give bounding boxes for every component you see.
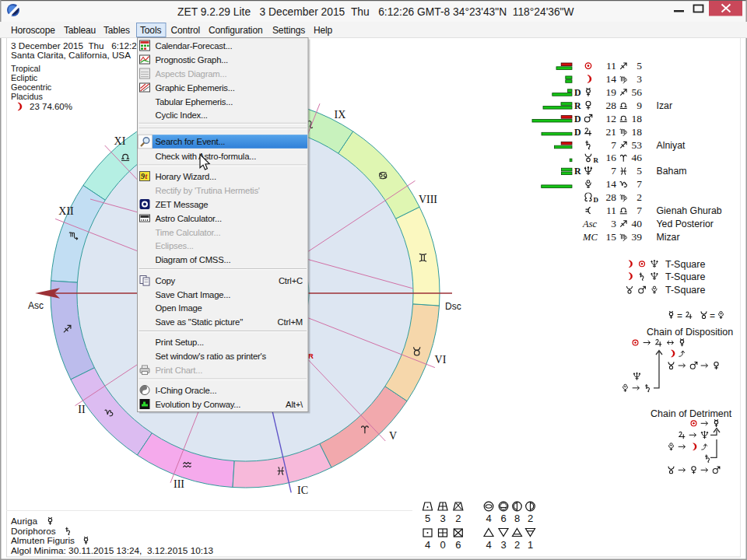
svg-text:D: D: [594, 196, 599, 204]
svg-text:T-Square: T-Square: [665, 271, 705, 282]
svg-text:2: 2: [528, 513, 533, 524]
svg-text:Time Calculator...: Time Calculator...: [156, 228, 221, 237]
svg-text:1: 1: [528, 539, 533, 551]
svg-text:T-Square: T-Square: [665, 285, 705, 296]
svg-text:Asc: Asc: [28, 300, 44, 311]
svg-text:Geocentric: Geocentric: [11, 82, 52, 92]
svg-text:7: 7: [637, 205, 642, 216]
svg-text:Graphic Ephemeris...: Graphic Ephemeris...: [156, 83, 235, 93]
svg-text:III: III: [174, 478, 184, 490]
svg-text:Calendar-Forecast...: Calendar-Forecast...: [156, 41, 233, 51]
svg-text:Tables: Tables: [103, 25, 130, 36]
svg-text:11: 11: [606, 60, 616, 72]
svg-text:=: =: [677, 310, 682, 321]
svg-text:Alniyat: Alniyat: [657, 140, 686, 151]
svg-text:7: 7: [637, 178, 642, 190]
svg-text:3: 3: [611, 218, 616, 229]
svg-text:8: 8: [514, 513, 520, 524]
svg-text:9: 9: [141, 172, 145, 180]
svg-text:Aspects Diagram...: Aspects Diagram...: [156, 69, 227, 79]
svg-text:18: 18: [632, 113, 643, 124]
svg-text:Print Chart...: Print Chart...: [156, 366, 203, 375]
svg-text:39: 39: [632, 231, 643, 243]
svg-text:4: 4: [486, 513, 491, 524]
svg-text:XI: XI: [114, 135, 126, 147]
svg-text:Print Setup...: Print Setup...: [156, 338, 205, 347]
svg-text:Mizar: Mizar: [657, 232, 680, 243]
svg-text:3: 3: [637, 73, 642, 85]
svg-text:0: 0: [440, 539, 445, 551]
svg-text:MC: MC: [582, 232, 598, 243]
svg-text:4: 4: [486, 539, 491, 551]
svg-text:Diagram of CMSS...: Diagram of CMSS...: [156, 255, 231, 264]
svg-text:Tools: Tools: [140, 25, 161, 36]
svg-text:9: 9: [637, 100, 642, 111]
svg-text:Dsc: Dsc: [445, 301, 461, 312]
svg-text:Gienah Ghurab: Gienah Ghurab: [657, 205, 722, 216]
svg-text:Izar: Izar: [657, 100, 673, 111]
svg-text:R: R: [574, 100, 581, 111]
svg-text:16: 16: [606, 152, 617, 163]
svg-text:18: 18: [632, 126, 643, 138]
svg-text:6: 6: [455, 539, 461, 551]
svg-text:Configuration: Configuration: [209, 25, 262, 36]
svg-text:Control: Control: [171, 25, 201, 36]
svg-text:4: 4: [425, 539, 430, 551]
svg-text:T-Square: T-Square: [665, 259, 705, 270]
svg-text:Santa Clarita, California, USA: Santa Clarita, California, USA: [11, 50, 133, 60]
svg-text:Tabular Ephemeris...: Tabular Ephemeris...: [156, 97, 233, 107]
svg-text:IC: IC: [297, 485, 308, 496]
svg-text:XII: XII: [58, 205, 74, 217]
svg-text:Eclipses...: Eclipses...: [156, 241, 194, 250]
svg-text:R: R: [594, 156, 599, 164]
svg-text:5: 5: [637, 60, 642, 72]
svg-text:3: 3: [500, 539, 506, 551]
svg-text:V: V: [389, 430, 397, 442]
svg-text:Asc: Asc: [582, 219, 598, 229]
svg-text:Horary Wizard...: Horary Wizard...: [156, 172, 216, 181]
svg-text:Alt+\: Alt+\: [286, 400, 303, 409]
svg-text:=: =: [710, 310, 715, 321]
svg-text:12: 12: [606, 113, 617, 124]
svg-text:56: 56: [632, 86, 643, 98]
svg-text:Ctrl+M: Ctrl+M: [278, 317, 303, 327]
svg-text:Search for Event...: Search for Event...: [156, 137, 226, 146]
svg-text:Prognostic Graph...: Prognostic Graph...: [156, 55, 229, 65]
svg-text:46: 46: [632, 152, 643, 163]
svg-text:53: 53: [632, 139, 643, 151]
svg-text:7: 7: [611, 165, 616, 177]
svg-text:14: 14: [606, 73, 617, 85]
svg-text:23 74.60%: 23 74.60%: [30, 102, 72, 111]
svg-text:Copy: Copy: [156, 276, 176, 285]
svg-text:ZET Message: ZET Message: [156, 200, 209, 209]
svg-text:Astro Calculator...: Astro Calculator...: [156, 214, 222, 223]
svg-text:40: 40: [632, 218, 643, 229]
svg-text:Tropical: Tropical: [11, 64, 40, 73]
svg-text:Chain of Detriment: Chain of Detriment: [651, 408, 732, 419]
svg-text:Tableau: Tableau: [64, 25, 96, 36]
svg-text:Cyclic Index...: Cyclic Index...: [156, 110, 208, 120]
svg-text:Save as "Static picture": Save as "Static picture": [156, 317, 244, 327]
svg-text:Ecliptic: Ecliptic: [11, 73, 38, 82]
svg-text:D: D: [574, 87, 581, 98]
svg-text:VI: VI: [435, 354, 447, 366]
svg-text:Rectify by 'Trutina Hermetis': Rectify by 'Trutina Hermetis': [156, 186, 260, 195]
svg-text:28: 28: [606, 100, 617, 111]
svg-text:Horoscope: Horoscope: [11, 25, 55, 36]
svg-text:Chain of Disposition: Chain of Disposition: [647, 327, 733, 338]
svg-text:VIII: VIII: [419, 194, 437, 205]
svg-text:Settings: Settings: [272, 25, 305, 36]
svg-text:5: 5: [637, 165, 642, 177]
svg-text:15: 15: [606, 231, 617, 243]
svg-text:28: 28: [606, 191, 617, 203]
svg-text:2: 2: [455, 513, 461, 524]
svg-text:Placidus: Placidus: [11, 92, 43, 101]
svg-text:11: 11: [606, 205, 616, 216]
svg-text:6: 6: [500, 513, 506, 524]
svg-text:7: 7: [611, 139, 616, 151]
svg-text:Set window's ratio as printer': Set window's ratio as printer's: [156, 352, 267, 361]
svg-text:ZET 9.2.29 Lite 3 December 2: ZET 9.2.29 Lite 3 December 2015 Thu 6:12…: [177, 6, 574, 18]
svg-text:Open Image: Open Image: [156, 303, 202, 313]
svg-text:D: D: [574, 114, 581, 124]
svg-text:21: 21: [606, 126, 617, 138]
